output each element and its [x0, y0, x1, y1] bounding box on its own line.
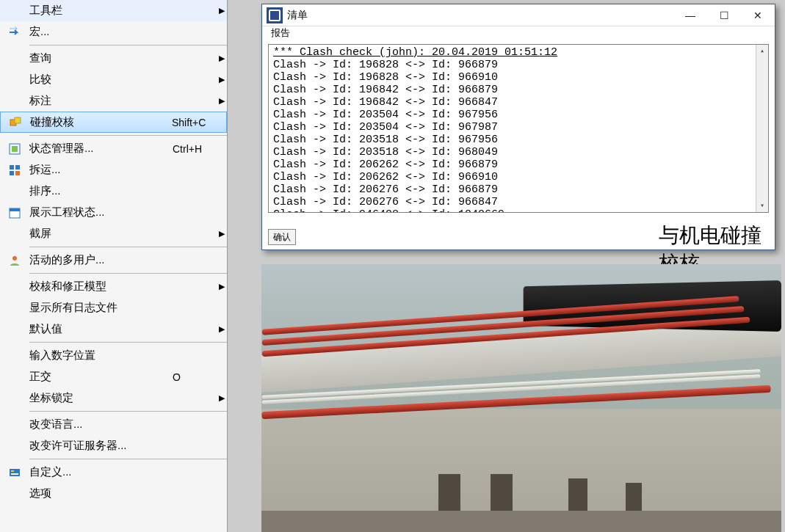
- arrows-icon: [0, 26, 29, 39]
- submenu-arrow-icon: ▶: [217, 6, 227, 15]
- menu-item-label: 碰撞校核: [30, 115, 172, 129]
- submenu-arrow-icon: ▶: [217, 393, 227, 403]
- ok-button[interactable]: 确认: [268, 229, 296, 245]
- report-line: Clash -> Id: 203504 <-> Id: 967956: [273, 109, 764, 121]
- report-line: Clash -> Id: 206276 <-> Id: 966879: [273, 183, 764, 196]
- report-line: Clash -> Id: 206262 <-> Id: 966879: [273, 158, 764, 171]
- report-content: *** Clash check (john): 20.04.2019 01:51…: [269, 45, 768, 213]
- menu-item-label: 选项: [29, 487, 173, 500]
- custom-icon: [0, 466, 29, 479]
- report-textarea[interactable]: *** Clash check (john): 20.04.2019 01:51…: [268, 44, 769, 213]
- report-line: Clash -> Id: 203504 <-> Id: 967987: [273, 121, 764, 134]
- menu-item-label: 改变语言...: [29, 418, 173, 431]
- menu-shortcut: Shift+C: [172, 117, 216, 128]
- report-header: *** Clash check (john): 20.04.2019 01:51…: [273, 46, 764, 59]
- menu-item[interactable]: 改变许可证服务器...: [0, 435, 227, 456]
- menu-item-label: 工具栏: [29, 4, 173, 18]
- menu-item-label: 自定义...: [29, 465, 173, 479]
- menu-item-label: 展示工程状态...: [29, 205, 173, 219]
- report-line: Clash -> Id: 196828 <-> Id: 966910: [273, 71, 764, 84]
- scroll-up-icon[interactable]: ▴: [756, 45, 768, 57]
- svg-rect-11: [10, 469, 20, 476]
- tab-report[interactable]: 报告: [267, 26, 294, 40]
- menu-item-label: 正交: [29, 370, 173, 384]
- user-icon: [0, 254, 29, 267]
- menu-shortcut: O: [173, 371, 217, 383]
- report-line: Clash -> Id: 206262 <-> Id: 966910: [273, 171, 764, 183]
- menu-item-label: 输入数字位置: [29, 349, 173, 362]
- app-icon: [267, 7, 283, 23]
- menu-item[interactable]: 工具栏▶: [0, 0, 227, 21]
- grid-icon: [0, 164, 29, 177]
- menu-item-label: 改变许可证服务器...: [29, 439, 173, 453]
- menu-item-label: 标注: [29, 94, 173, 108]
- report-line: Clash -> Id: 196842 <-> Id: 966879: [273, 84, 764, 96]
- menu-item-label: 排序...: [29, 184, 173, 198]
- menu-item[interactable]: 自定义...: [0, 462, 227, 483]
- menu-item-label: 拆运...: [29, 163, 173, 177]
- state-icon: [0, 142, 29, 156]
- menu-item-label: 校核和修正模型: [29, 280, 173, 294]
- svg-rect-7: [15, 171, 20, 175]
- svg-rect-1: [15, 117, 21, 123]
- menu-separator: [29, 273, 227, 274]
- menu-item[interactable]: 比较▶: [0, 69, 227, 90]
- svg-rect-5: [15, 165, 20, 170]
- menu-item-label: 显示所有日志文件: [29, 301, 173, 315]
- calendar-icon: [0, 206, 29, 219]
- tab-strip: 报告: [262, 26, 775, 41]
- report-line: Clash -> Id: 196828 <-> Id: 966879: [273, 59, 764, 71]
- submenu-arrow-icon: ▶: [217, 96, 227, 106]
- menu-item-label: 比较: [29, 73, 173, 87]
- menu-item[interactable]: 改变语言...: [0, 414, 227, 435]
- menu-item[interactable]: 显示所有日志文件: [0, 297, 227, 318]
- svg-rect-6: [10, 171, 14, 175]
- menu-item[interactable]: 展示工程状态...: [0, 202, 227, 223]
- svg-rect-3: [12, 146, 18, 152]
- svg-rect-4: [10, 165, 14, 170]
- report-line: Clash -> Id: 203518 <-> Id: 967956: [273, 134, 764, 146]
- menu-separator: [29, 135, 227, 136]
- submenu-arrow-icon: ▶: [217, 54, 227, 63]
- menu-item[interactable]: 校核和修正模型▶: [0, 276, 227, 297]
- menu-item[interactable]: 碰撞校核Shift+C: [0, 112, 227, 133]
- menu-item[interactable]: 正交O: [0, 366, 227, 387]
- submenu-arrow-icon: ▶: [217, 324, 227, 334]
- menu-item[interactable]: 查询▶: [0, 48, 227, 69]
- svg-rect-13: [11, 473, 18, 475]
- menu-item-label: 默认值: [29, 322, 173, 336]
- report-line: Clash -> Id: 206276 <-> Id: 966847: [273, 196, 764, 208]
- menu-item[interactable]: 截屏▶: [0, 223, 227, 244]
- menu-item[interactable]: 默认值▶: [0, 318, 227, 340]
- menu-item-label: 宏...: [29, 25, 173, 39]
- menu-item[interactable]: 选项: [0, 483, 227, 504]
- menu-separator: [29, 45, 227, 45]
- menu-item-label: 活动的多用户...: [29, 253, 173, 267]
- site-photo: [261, 264, 781, 532]
- menu-item[interactable]: 标注▶: [0, 90, 227, 112]
- menu-item[interactable]: 输入数字位置: [0, 345, 227, 366]
- maximize-button[interactable]: ☐: [707, 4, 741, 26]
- close-button[interactable]: ✕: [741, 4, 775, 26]
- window-title: 清单: [287, 9, 673, 22]
- menu-item-label: 状态管理器...: [29, 142, 173, 156]
- scroll-down-icon[interactable]: ▾: [756, 200, 768, 212]
- scrollbar[interactable]: ▴ ▾: [756, 45, 768, 212]
- menu-item[interactable]: 坐标锁定▶: [0, 387, 227, 409]
- minimize-button[interactable]: —: [673, 4, 707, 26]
- menu-separator: [29, 247, 227, 247]
- menu-item[interactable]: 排序...: [0, 181, 227, 202]
- svg-rect-12: [11, 470, 14, 472]
- menu-item[interactable]: 宏...: [0, 21, 227, 43]
- menu-item-label: 坐标锁定: [29, 391, 173, 405]
- context-menu: 工具栏▶宏...查询▶比较▶标注▶碰撞校核Shift+C状态管理器...Ctrl…: [0, 0, 228, 532]
- menu-separator: [29, 342, 227, 343]
- menu-shortcut: Ctrl+H: [173, 143, 217, 155]
- menu-item[interactable]: 活动的多用户...: [0, 249, 227, 271]
- menu-separator: [29, 459, 227, 459]
- menu-item[interactable]: 状态管理器...Ctrl+H: [0, 138, 227, 159]
- window-buttons: — ☐ ✕: [673, 4, 775, 26]
- titlebar[interactable]: 清单 — ☐ ✕: [262, 4, 775, 26]
- menu-item[interactable]: 拆运...: [0, 159, 227, 181]
- menu-separator: [29, 411, 227, 412]
